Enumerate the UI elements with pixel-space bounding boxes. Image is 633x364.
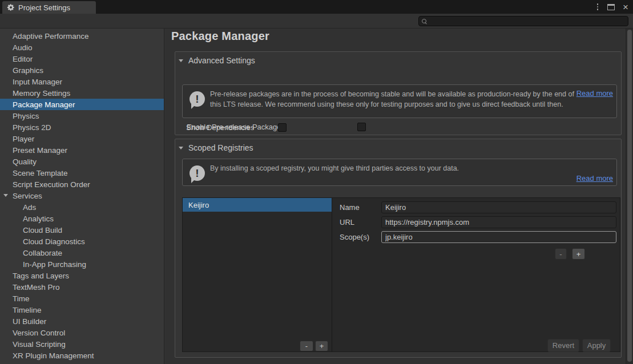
info-icon: ! [190, 165, 205, 181]
foldout-triangle-icon [179, 147, 183, 149]
sidebar-item-script-execution-order[interactable]: Script Execution Order [0, 179, 164, 190]
sidebar-item-version-control[interactable]: Version Control [0, 327, 164, 338]
sidebar-item-visual-scripting[interactable]: Visual Scripting [0, 338, 164, 350]
add-registry-button[interactable]: + [315, 341, 328, 351]
sidebar-item-label: Package Manager [13, 100, 75, 109]
sidebar-item-graphics[interactable]: Graphics [0, 64, 164, 76]
scoped-info-box: ! By installing a scoped registry, you m… [182, 159, 617, 186]
sidebar-item-textmesh-pro[interactable]: TextMesh Pro [0, 281, 164, 293]
sidebar-item-analytics[interactable]: Analytics [0, 213, 164, 224]
scoped-registries-section: Scoped Registries ! By installing a scop… [175, 139, 622, 358]
show-dependencies-checkbox[interactable] [278, 123, 287, 132]
sidebar-item-label: Timeline [13, 306, 42, 314]
revert-button[interactable]: Revert [547, 339, 579, 352]
sidebar-item-label: Collaborate [23, 249, 62, 257]
sidebar-item-xr-plugin-management[interactable]: XR Plugin Management [0, 350, 164, 361]
scoped-registries-foldout[interactable]: Scoped Registries [179, 143, 253, 152]
sidebar-item-adaptive-performance[interactable]: Adaptive Performance [0, 30, 164, 42]
show-dependencies-label: Show Dependencies [186, 123, 254, 132]
remove-registry-button[interactable]: - [300, 341, 313, 351]
sidebar-item-label: Quality [13, 157, 37, 166]
sidebar-item-physics[interactable]: Physics [0, 110, 164, 122]
scrollbar-thumb[interactable] [627, 30, 632, 362]
sidebar-item-cloud-build[interactable]: Cloud Build [0, 224, 164, 236]
sidebar-item-physics-2d[interactable]: Physics 2D [0, 122, 164, 133]
sidebar-item-label: Graphics [13, 66, 43, 75]
sidebar-item-ads[interactable]: Ads [0, 201, 164, 213]
maximize-icon[interactable] [607, 4, 615, 10]
sidebar-item-collaborate[interactable]: Collaborate [0, 247, 164, 258]
sidebar-item-label: Physics [13, 112, 39, 120]
sidebar-item-label: XR Plugin Management [13, 351, 94, 360]
gear-icon [7, 3, 15, 11]
sidebar-item-label: Adaptive Performance [13, 32, 89, 41]
sidebar-item-input-manager[interactable]: Input Manager [0, 76, 164, 87]
sidebar-item-label: TextMesh Pro [13, 283, 60, 292]
remove-scope-button[interactable]: - [555, 248, 567, 260]
info-icon: ! [190, 91, 205, 107]
sidebar-item-label: Scene Template [13, 169, 68, 177]
scoped-info-text: By installing a scoped registry, you mig… [210, 164, 604, 174]
close-icon[interactable]: × [620, 2, 631, 12]
prerelease-info-text: Pre-release packages are in the process … [210, 90, 578, 110]
sidebar-item-label: Analytics [23, 215, 54, 223]
sidebar-item-time[interactable]: Time [0, 293, 164, 304]
sidebar-item-tags-and-layers[interactable]: Tags and Layers [0, 270, 164, 281]
sidebar-item-quality[interactable]: Quality [0, 156, 164, 167]
kebab-menu-icon[interactable] [594, 1, 602, 13]
tab-title: Project Settings [18, 3, 70, 12]
tab-project-settings[interactable]: Project Settings [2, 1, 96, 14]
search-box[interactable] [418, 16, 628, 26]
section-header: Advanced Settings [188, 56, 255, 65]
sidebar-item-ui-builder[interactable]: UI Builder [0, 316, 164, 327]
sidebar-item-label: Physics 2D [13, 123, 51, 132]
sidebar-item-label: Cloud Diagnostics [23, 237, 85, 246]
settings-sidebar: Adaptive PerformanceAudioEditorGraphicsI… [0, 29, 164, 364]
registry-list-item[interactable]: Keijiro [183, 198, 332, 212]
sidebar-item-audio[interactable]: Audio [0, 42, 164, 53]
main-scrollbar [626, 29, 633, 364]
scopes-field[interactable] [381, 231, 616, 243]
sidebar-item-label: Editor [13, 55, 33, 63]
scopes-label: Scope(s) [340, 233, 381, 241]
name-label: Name [340, 203, 381, 212]
prerelease-info-box: ! Pre-release packages are in the proces… [182, 84, 617, 118]
sidebar-item-label: Input Manager [13, 78, 62, 86]
sidebar-item-label: Tags and Layers [13, 272, 69, 280]
sidebar-item-label: Script Execution Order [13, 180, 90, 189]
add-scope-button[interactable]: + [572, 248, 585, 260]
sidebar-item-services[interactable]: Services [0, 190, 164, 201]
sidebar-item-memory-settings[interactable]: Memory Settings [0, 87, 164, 99]
registry-detail: Name URL Scope(s) - + Revert Apply [333, 198, 621, 351]
sidebar-item-label: Memory Settings [13, 89, 70, 98]
sidebar-item-timeline[interactable]: Timeline [0, 304, 164, 316]
sidebar-item-label: Preset Manager [13, 146, 67, 155]
sidebar-item-label: Services [13, 192, 42, 200]
sidebar-item-scene-template[interactable]: Scene Template [0, 167, 164, 179]
name-field[interactable] [381, 201, 616, 213]
foldout-triangle-icon [179, 59, 183, 62]
toolbar [0, 14, 633, 29]
sidebar-item-player[interactable]: Player [0, 133, 164, 144]
read-more-link[interactable]: Read more [576, 174, 613, 183]
sidebar-item-editor[interactable]: Editor [0, 53, 164, 64]
sidebar-item-label: Time [13, 294, 30, 303]
search-input[interactable] [429, 17, 625, 25]
url-field[interactable] [381, 216, 616, 228]
sidebar-item-in-app-purchasing[interactable]: In-App Purchasing [0, 258, 164, 270]
enable-prerelease-checkbox[interactable] [357, 123, 366, 131]
sidebar-item-label: UI Builder [13, 317, 46, 326]
url-label: URL [340, 218, 381, 227]
sidebar-item-cloud-diagnostics[interactable]: Cloud Diagnostics [0, 236, 164, 247]
search-icon [422, 19, 427, 24]
sidebar-item-label: Version Control [13, 329, 65, 337]
advanced-settings-foldout[interactable]: Advanced Settings [179, 56, 255, 65]
apply-button[interactable]: Apply [582, 339, 611, 352]
sidebar-item-label: Ads [23, 203, 36, 212]
sidebar-item-package-manager[interactable]: Package Manager [0, 99, 164, 110]
foldout-triangle-icon[interactable] [3, 194, 8, 197]
read-more-link[interactable]: Read more [576, 89, 613, 98]
page-title: Package Manager [171, 30, 269, 43]
sidebar-item-preset-manager[interactable]: Preset Manager [0, 144, 164, 156]
sidebar-item-label: In-App Purchasing [23, 260, 86, 269]
